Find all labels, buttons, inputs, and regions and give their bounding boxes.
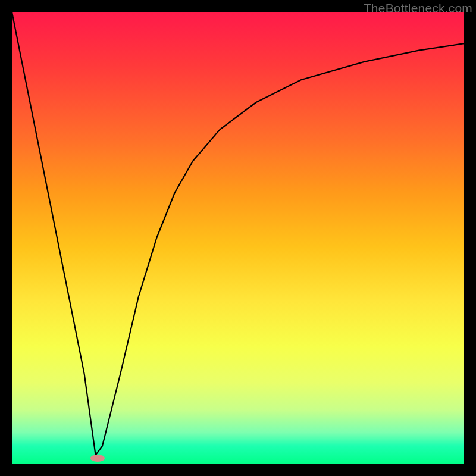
watermark-text: TheBottleneck.com [364,1,472,15]
bottleneck-curve [12,12,464,464]
plot-area [12,12,464,464]
chart-frame: TheBottleneck.com [0,0,476,476]
